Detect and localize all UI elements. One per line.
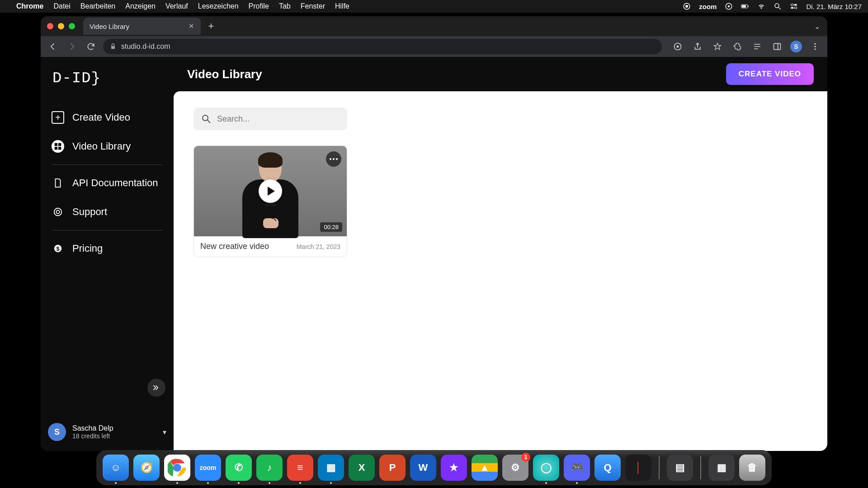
- svg-point-18: [814, 46, 816, 47]
- dock-separator: [659, 456, 660, 479]
- sidebar-item-create-video[interactable]: + Create Video: [41, 103, 174, 132]
- dock-trash-icon[interactable]: 🗑: [739, 455, 765, 481]
- window-minimize-button[interactable]: [58, 23, 64, 29]
- new-tab-button[interactable]: +: [204, 19, 218, 33]
- zoom-menubar-label[interactable]: zoom: [699, 3, 717, 10]
- dock-discord-icon[interactable]: 🎮: [564, 455, 590, 481]
- profile-avatar[interactable]: S: [790, 41, 802, 52]
- sidebar-item-label: Video Library: [72, 141, 131, 152]
- create-video-button[interactable]: CREATE VIDEO: [726, 63, 814, 85]
- dock-trello-icon[interactable]: ▦: [318, 455, 344, 481]
- video-options-button[interactable]: [326, 151, 341, 167]
- back-button[interactable]: [46, 40, 60, 53]
- collapse-sidebar-button[interactable]: [147, 379, 165, 397]
- chrome-menu-icon[interactable]: [808, 40, 822, 53]
- search-box[interactable]: [193, 108, 347, 130]
- record-icon[interactable]: [683, 2, 691, 10]
- control-center-icon[interactable]: [790, 2, 798, 10]
- dock-todoist-icon[interactable]: ≡: [287, 455, 313, 481]
- wifi-icon[interactable]: [757, 2, 765, 10]
- dock-finder-icon[interactable]: ☺: [103, 455, 129, 481]
- dock-word-icon[interactable]: W: [410, 455, 436, 481]
- tab-close-icon[interactable]: ✕: [189, 22, 194, 30]
- svg-point-1: [685, 5, 688, 8]
- dock-powerpoint-icon[interactable]: P: [379, 455, 406, 481]
- menubar-item[interactable]: Hilfe: [335, 2, 349, 10]
- share-icon[interactable]: [691, 40, 704, 53]
- dock-calculator-icon[interactable]: ▤: [667, 455, 693, 481]
- dock-app-icon[interactable]: ◯: [533, 455, 559, 481]
- menubar-item[interactable]: Fenster: [301, 2, 325, 10]
- menubar-item[interactable]: Lesezeichen: [198, 2, 239, 10]
- create-video-label: CREATE VIDEO: [739, 70, 801, 79]
- google-lens-icon[interactable]: [671, 40, 684, 53]
- dock-voice-memos-icon[interactable]: │: [625, 455, 651, 481]
- dock-app-switcher-icon[interactable]: ▦: [708, 455, 735, 481]
- brand-logo[interactable]: D-ID}: [41, 57, 174, 103]
- battery-icon[interactable]: [741, 2, 749, 10]
- svg-point-3: [728, 5, 730, 8]
- sidebar-separator: [52, 164, 163, 165]
- sidebar-item-video-library[interactable]: Video Library: [41, 132, 174, 161]
- lock-icon: [109, 43, 117, 50]
- svg-rect-20: [55, 143, 57, 146]
- reading-list-icon[interactable]: [750, 40, 764, 53]
- window-close-button[interactable]: [47, 23, 53, 29]
- video-card[interactable]: 00:28 ↖ New creative video March 21, 202…: [193, 145, 347, 257]
- sidebar-item-label: Create Video: [72, 112, 130, 123]
- video-duration: 00:28: [320, 222, 342, 232]
- video-meta: New creative video March 21, 2023: [194, 236, 347, 257]
- address-bar[interactable]: studio.d-id.com: [103, 39, 662, 54]
- bookmark-star-icon[interactable]: [711, 40, 724, 53]
- sidebar-item-label: API Documentation: [72, 177, 158, 189]
- menubar-item[interactable]: Datei: [53, 2, 70, 10]
- svg-point-28: [203, 115, 208, 121]
- search-input[interactable]: [217, 114, 340, 124]
- play-icon[interactable]: [259, 179, 282, 203]
- tab-title: Video Library: [90, 23, 129, 30]
- forward-button[interactable]: [65, 40, 79, 53]
- user-name: Sascha Delp: [72, 424, 113, 432]
- sidebar-item-api-docs[interactable]: API Documentation: [41, 169, 174, 197]
- user-menu[interactable]: S Sascha Delp 18 credits left ▾: [48, 423, 166, 441]
- menubar-item[interactable]: Verlauf: [165, 2, 188, 10]
- sidebar-item-support[interactable]: Support: [41, 197, 174, 226]
- svg-rect-21: [58, 143, 61, 146]
- dock-whatsapp-icon[interactable]: ✆: [226, 455, 252, 481]
- reload-button[interactable]: [84, 40, 98, 53]
- dock-safari-icon[interactable]: 🧭: [133, 455, 160, 481]
- extensions-icon[interactable]: [731, 40, 744, 53]
- dock-spotify-icon[interactable]: ♪: [256, 455, 283, 481]
- video-thumbnail[interactable]: 00:28 ↖: [194, 146, 347, 236]
- dock-imovie-icon[interactable]: ★: [441, 455, 467, 481]
- window-maximize-button[interactable]: [69, 23, 75, 29]
- menubar-item[interactable]: Anzeigen: [125, 2, 156, 10]
- user-avatar: S: [48, 423, 66, 441]
- main-area: Video Library CREATE VIDEO: [174, 57, 827, 451]
- browser-tab[interactable]: Video Library ✕: [83, 18, 201, 35]
- dock-quicktime-icon[interactable]: Q: [594, 455, 621, 481]
- did-app: D-ID} + Create Video Video Library API D…: [41, 57, 827, 451]
- svg-line-8: [779, 7, 781, 9]
- menubar-item[interactable]: Tab: [279, 2, 291, 10]
- menubar-app-name[interactable]: Chrome: [16, 2, 43, 10]
- dock-zoom-icon[interactable]: zoom: [195, 455, 221, 481]
- svg-point-17: [814, 43, 816, 45]
- sidebar-item-pricing[interactable]: $ Pricing: [41, 234, 174, 263]
- dock-separator: [700, 456, 701, 479]
- side-panel-icon[interactable]: [770, 40, 784, 53]
- menubar-item[interactable]: Bearbeiten: [80, 2, 115, 10]
- menubar-item[interactable]: Profile: [249, 2, 269, 10]
- video-grid: 00:28 ↖ New creative video March 21, 202…: [193, 145, 807, 257]
- screen-record-icon[interactable]: [725, 2, 733, 10]
- tab-strip: Video Library ✕ + ⌄: [41, 16, 827, 36]
- dock-settings-icon[interactable]: ⚙1: [502, 455, 528, 481]
- dock-excel-icon[interactable]: X: [349, 455, 375, 481]
- spotlight-icon[interactable]: [774, 2, 782, 10]
- tabs-dropdown-icon[interactable]: ⌄: [814, 22, 820, 31]
- dock-google-drive-icon[interactable]: ▲: [472, 455, 498, 481]
- content-panel: 00:28 ↖ New creative video March 21, 202…: [174, 91, 827, 451]
- dock-chrome-icon[interactable]: [164, 455, 190, 481]
- macos-menubar: Chrome Datei Bearbeiten Anzeigen Verlauf…: [0, 0, 868, 13]
- menubar-clock[interactable]: Di. 21. März 10:27: [806, 3, 862, 10]
